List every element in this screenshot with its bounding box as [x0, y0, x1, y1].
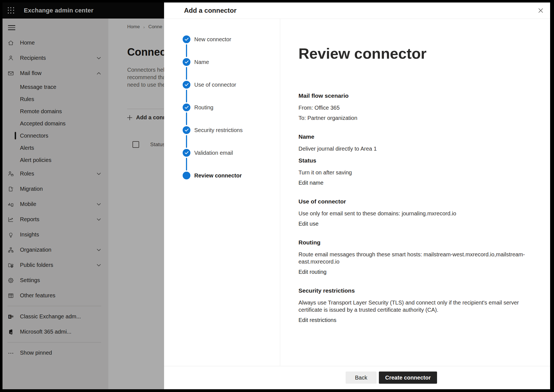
wizard-body: New connectorNameUse of connectorRouting…	[164, 19, 550, 366]
step-completed-check-icon	[183, 104, 190, 111]
review-section: Use of connectorUse only for email sent …	[298, 198, 533, 227]
review-section: Mail flow scenarioFrom: Office 365To: Pa…	[298, 92, 533, 122]
review-panel: Review connector Mail flow scenarioFrom:…	[280, 19, 550, 366]
section-text: From: Office 365	[298, 104, 529, 111]
step-label-routing: Routing	[194, 104, 213, 111]
step-completed-check-icon	[183, 35, 190, 43]
step-completed-check-icon	[183, 58, 190, 66]
step-completed-check-icon	[183, 149, 190, 157]
section-heading: Name	[298, 133, 533, 140]
wizard-header: Add a connector	[164, 2, 550, 19]
step-current-indicator	[183, 172, 190, 179]
review-heading: Review connector	[298, 45, 533, 62]
create-connector-button[interactable]: Create connector	[379, 372, 437, 384]
step-label-validation-email: Validation email	[194, 149, 233, 156]
step-connector-line	[186, 90, 187, 102]
step-completed-check-icon	[183, 126, 190, 134]
close-icon[interactable]	[536, 6, 546, 16]
review-sections: Mail flow scenarioFrom: Office 365To: Pa…	[298, 92, 533, 324]
review-section: RoutingRoute email messages through thes…	[298, 239, 533, 275]
section-heading: Security restrictions	[298, 287, 533, 294]
step-label-new-connector: New connector	[194, 36, 231, 43]
section-text: To: Partner organization	[298, 114, 529, 122]
step-label-review-connector: Review connector	[194, 172, 242, 179]
step-connector-line	[186, 135, 187, 148]
step-connector-line	[186, 44, 187, 57]
edit-routing-link[interactable]: Edit routing	[298, 268, 326, 275]
step-connector-line	[186, 158, 187, 171]
section-text: Always use Transport Layer Security (TLS…	[298, 299, 529, 313]
section-text: Turn it on after saving	[298, 169, 529, 176]
step-connector-line	[186, 112, 187, 125]
step-label-use-of-connector: Use of connector	[194, 81, 236, 88]
wizard-stepper: New connectorNameUse of connectorRouting…	[164, 19, 280, 366]
step-label-security-restrictions: Security restrictions	[194, 127, 243, 134]
review-section: Security restrictionsAlways use Transpor…	[298, 287, 533, 324]
section-heading: Status	[298, 157, 533, 164]
edit-name-link[interactable]: Edit name	[298, 179, 323, 186]
edit-restrictions-link[interactable]: Edit restrictions	[298, 316, 336, 324]
add-connector-wizard: Add a connector New connectorNameUse of …	[164, 2, 550, 389]
section-heading: Routing	[298, 239, 533, 246]
step-connector-line	[186, 67, 187, 80]
edit-use-link[interactable]: Edit use	[298, 220, 318, 227]
screen: Exchange admin center HomeRecipientsMail…	[0, 0, 554, 392]
step-label-name: Name	[194, 58, 209, 66]
back-button[interactable]: Back	[346, 372, 377, 384]
wizard-footer: Back Create connector	[164, 366, 550, 389]
section-heading: Use of connector	[298, 198, 533, 205]
step-completed-check-icon	[183, 81, 190, 89]
review-section: NameDeliver journal directly to Area 1St…	[298, 133, 533, 186]
section-text: Use only for email sent to these domains…	[298, 210, 529, 217]
section-text: Route email messages through these smart…	[298, 251, 529, 265]
section-heading: Mail flow scenario	[298, 92, 533, 99]
section-text: Deliver journal directly to Area 1	[298, 145, 529, 152]
wizard-title: Add a connector	[184, 2, 236, 19]
